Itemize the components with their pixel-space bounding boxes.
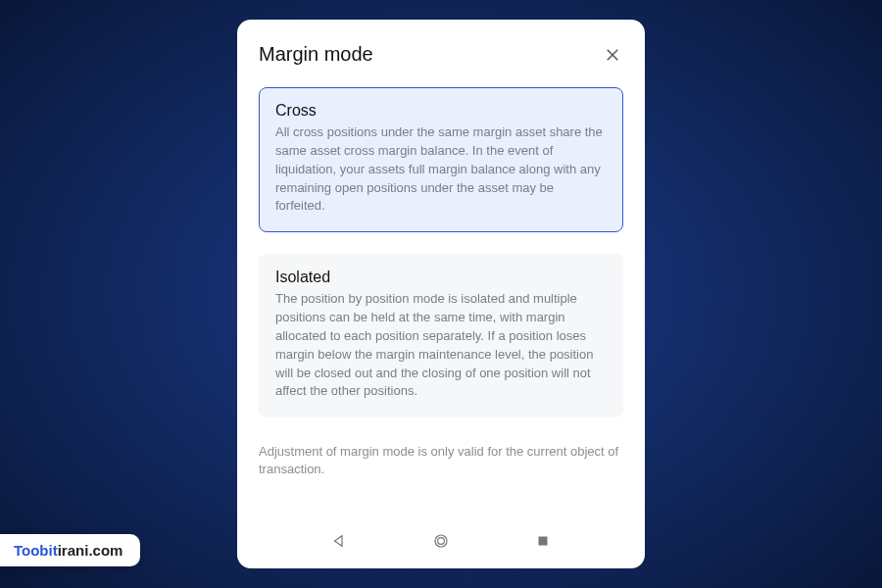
svg-point-3 bbox=[435, 535, 447, 547]
option-description: All cross positions under the same margi… bbox=[275, 123, 607, 216]
nav-home-button[interactable] bbox=[431, 531, 451, 551]
option-title: Cross bbox=[275, 102, 607, 120]
triangle-back-icon bbox=[330, 532, 348, 550]
margin-mode-modal: Margin mode Cross All cross positions un… bbox=[237, 20, 645, 568]
close-icon bbox=[604, 46, 621, 64]
circle-home-icon bbox=[432, 532, 450, 550]
option-description: The position by position mode is isolate… bbox=[275, 290, 607, 401]
nav-back-button[interactable] bbox=[329, 531, 349, 551]
watermark-badge: Toobitirani.com bbox=[0, 534, 140, 566]
watermark-accent: Toobit bbox=[14, 542, 58, 559]
option-title: Isolated bbox=[275, 269, 607, 286]
square-recent-icon bbox=[534, 532, 552, 550]
modal-header: Margin mode bbox=[259, 43, 623, 66]
svg-point-4 bbox=[438, 538, 445, 545]
nav-recent-button[interactable] bbox=[533, 531, 553, 551]
footnote-text: Adjustment of margin mode is only valid … bbox=[259, 443, 623, 478]
watermark-rest: irani.com bbox=[58, 542, 123, 559]
close-button[interactable] bbox=[602, 44, 623, 66]
modal-title: Margin mode bbox=[259, 43, 373, 66]
svg-marker-2 bbox=[335, 536, 343, 547]
margin-mode-option-cross[interactable]: Cross All cross positions under the same… bbox=[259, 87, 623, 232]
android-nav-bar bbox=[259, 517, 623, 559]
svg-rect-5 bbox=[539, 537, 548, 546]
margin-mode-option-isolated[interactable]: Isolated The position by position mode i… bbox=[259, 254, 623, 417]
